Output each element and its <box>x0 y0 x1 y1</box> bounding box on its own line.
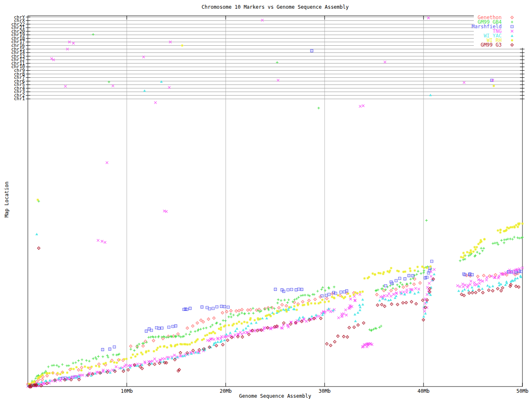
chromosome-bands: chrYchrXchr22chr21chr20chr19chr18chr17ch… <box>11 15 525 102</box>
legend: GenethonGM99 GB4MarshfieldTNGWI YACWI RH… <box>472 15 526 48</box>
y-axis-label: Map Location <box>4 177 10 222</box>
scatter-plot: chrYchrXchr22chr21chr20chr19chr18chr17ch… <box>0 0 532 399</box>
series-tng <box>27 17 524 388</box>
x-axis-label: Genome Sequence Assembly <box>28 393 522 399</box>
plot-frame <box>28 16 522 387</box>
series-genethon <box>27 272 520 385</box>
gridlines <box>127 16 424 387</box>
legend-label-gm99-g3: GM99 G3 <box>480 42 502 48</box>
legend-marker-star-icon <box>511 39 513 42</box>
chart-title: Chromosome 10 Markers vs Genome Sequence… <box>28 4 522 10</box>
chromosome-label-chr1: chr1 <box>14 96 25 101</box>
series-gm99-gb4 <box>28 33 524 387</box>
chart-canvas: Chromosome 10 Markers vs Genome Sequence… <box>0 0 532 399</box>
series-wi-yac <box>27 80 522 387</box>
series-gm99-g3 <box>28 247 520 389</box>
